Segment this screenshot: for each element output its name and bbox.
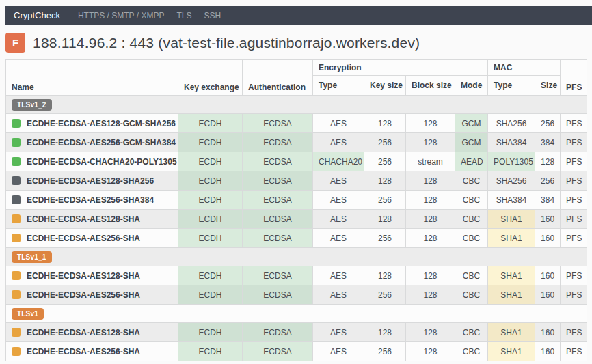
group-header-encryption: Encryption	[313, 60, 488, 76]
protocol-badge: TLSv1_2	[12, 99, 52, 111]
block-size-cell: 128	[406, 285, 455, 305]
mode-cell: CBC	[455, 191, 488, 210]
col-header-encryption-type: Type	[313, 76, 364, 96]
page-header: F 188.114.96.2 : 443 (vat-test-file.agus…	[5, 25, 587, 59]
mac-type-cell: SHA1	[488, 323, 535, 342]
cipher-name-cell: ECDHE-ECDSA-AES256-SHA	[6, 285, 178, 305]
block-size-cell: 128	[406, 342, 455, 361]
key-exchange-cell: ECDH	[178, 323, 243, 342]
cipher-name-cell: ECDHE-ECDSA-AES128-SHA	[6, 266, 178, 285]
cipher-name-cell: ECDHE-ECDSA-AES256-SHA	[6, 229, 178, 248]
mac-type-cell: SHA1	[488, 229, 535, 248]
protocol-section-cell: TLSv1_2	[6, 96, 587, 114]
cipher-table: Name Key exchange Authentication Encrypt…	[5, 59, 587, 361]
cipher-name-cell: ECDHE-ECDSA-AES256-SHA384	[6, 191, 178, 210]
cipher-row: ECDHE-ECDSA-AES128-SHAECDHECDSAAES128128…	[6, 266, 587, 285]
cipher-name: ECDHE-ECDSA-AES128-GCM-SHA256	[27, 119, 176, 128]
cipher-row: ECDHE-ECDSA-AES128-SHAECDHECDSAAES128128…	[6, 210, 587, 229]
mac-type-cell: POLY1305	[488, 152, 535, 171]
pfs-cell: PFS	[561, 266, 587, 285]
key-size-cell: 128	[364, 266, 406, 285]
mac-type-cell: SHA256	[488, 114, 535, 133]
key-exchange-cell: ECDH	[178, 285, 243, 305]
key-size-cell: 256	[364, 285, 406, 305]
authentication-cell: ECDSA	[243, 323, 313, 342]
nav-link-tls[interactable]: TLS	[176, 11, 191, 20]
col-header-block-size: Block size	[406, 76, 455, 96]
cipher-strength-icon	[12, 271, 21, 280]
cipher-name: ECDHE-ECDSA-AES256-SHA	[27, 234, 140, 243]
key-size-cell: 128	[364, 114, 406, 133]
protocol-section-cell: TLSv1	[6, 305, 587, 323]
encryption-type-cell: AES	[313, 323, 364, 342]
protocol-section-row: TLSv1_1	[6, 248, 587, 266]
cipher-strength-icon	[12, 328, 21, 337]
key-size-cell: 128	[364, 323, 406, 342]
brand-cryptcheck[interactable]: CryptCheck	[14, 10, 60, 20]
protocol-section-row: TLSv1_2	[6, 96, 587, 114]
key-exchange-cell: ECDH	[178, 152, 243, 171]
encryption-type-cell: AES	[313, 191, 364, 210]
authentication-cell: ECDSA	[243, 152, 313, 171]
mac-type-cell: SHA256	[488, 171, 535, 191]
mac-type-cell: SHA1	[488, 266, 535, 285]
mode-cell: CBC	[455, 229, 488, 248]
encryption-type-cell: AES	[313, 133, 364, 152]
encryption-type-cell: AES	[313, 285, 364, 305]
pfs-cell: PFS	[561, 210, 587, 229]
cipher-name: ECDHE-ECDSA-AES256-SHA384	[27, 195, 154, 205]
key-size-cell: 256	[364, 342, 406, 361]
cipher-name: ECDHE-ECDSA-AES256-SHA	[27, 347, 140, 356]
mac-type-cell: SHA1	[488, 285, 535, 305]
mac-size-cell: 128	[535, 152, 561, 171]
mac-type-cell: SHA384	[488, 191, 535, 210]
mode-cell: GCM	[455, 114, 488, 133]
cipher-row: ECDHE-ECDSA-AES256-SHAECDHECDSAAES256128…	[6, 229, 587, 248]
col-header-mode: Mode	[455, 76, 488, 96]
encryption-type-cell: CHACHA20	[313, 152, 364, 171]
authentication-cell: ECDSA	[243, 133, 313, 152]
mac-size-cell: 160	[535, 342, 561, 361]
group-header-mac: MAC	[488, 60, 561, 76]
key-exchange-cell: ECDH	[178, 210, 243, 229]
mac-size-cell: 256	[535, 171, 561, 191]
col-header-mac-size: Size	[535, 76, 561, 96]
mode-cell: CBC	[455, 342, 488, 361]
mac-size-cell: 160	[535, 266, 561, 285]
protocol-badge: TLSv1	[12, 308, 44, 320]
nav-link-https-smtp-xmpp[interactable]: HTTPS / SMTP / XMPP	[78, 11, 164, 20]
mode-cell: CBC	[455, 323, 488, 342]
mac-size-cell: 160	[535, 210, 561, 229]
mac-size-cell: 256	[535, 114, 561, 133]
col-header-key-size: Key size	[364, 76, 406, 96]
pfs-cell: PFS	[561, 152, 587, 171]
mode-cell: CBC	[455, 285, 488, 305]
authentication-cell: ECDSA	[243, 191, 313, 210]
block-size-cell: 128	[406, 210, 455, 229]
mac-size-cell: 160	[535, 285, 561, 305]
col-header-name: Name	[6, 60, 178, 96]
key-size-cell: 128	[364, 171, 406, 191]
pfs-cell: PFS	[561, 342, 587, 361]
cipher-strength-icon	[12, 119, 21, 128]
cipher-row: ECDHE-ECDSA-AES256-SHAECDHECDSAAES256128…	[6, 342, 587, 361]
block-size-cell: 128	[406, 171, 455, 191]
nav-link-ssh[interactable]: SSH	[204, 11, 221, 20]
cipher-name-cell: ECDHE-ECDSA-AES128-SHA256	[6, 171, 178, 191]
authentication-cell: ECDSA	[243, 229, 313, 248]
encryption-type-cell: AES	[313, 342, 364, 361]
authentication-cell: ECDSA	[243, 210, 313, 229]
cipher-strength-icon	[12, 157, 21, 166]
block-size-cell: 128	[406, 133, 455, 152]
mode-cell: CBC	[455, 210, 488, 229]
mac-size-cell: 384	[535, 133, 561, 152]
key-size-cell: 256	[364, 152, 406, 171]
mac-size-cell: 384	[535, 191, 561, 210]
encryption-type-cell: AES	[313, 210, 364, 229]
cipher-strength-icon	[12, 138, 21, 147]
cipher-name-cell: ECDHE-ECDSA-AES128-GCM-SHA256	[6, 114, 178, 133]
cipher-row: ECDHE-ECDSA-CHACHA20-POLY1305ECDHECDSACH…	[6, 152, 587, 171]
key-size-cell: 256	[364, 133, 406, 152]
mac-type-cell: SHA1	[488, 210, 535, 229]
block-size-cell: 128	[406, 323, 455, 342]
